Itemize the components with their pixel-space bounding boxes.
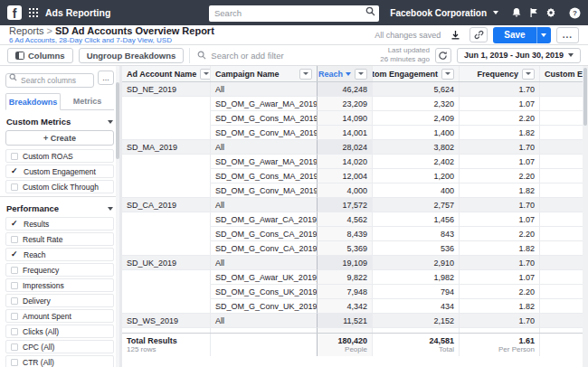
column-header-campaign[interactable]: Campaign Name bbox=[211, 66, 317, 81]
table-row[interactable]: SD_OM_G_Cons_CA_2019_Q28,4398432.20 bbox=[122, 227, 583, 241]
table-row[interactable]: SD_MA_2019All28,0243,8021.70 bbox=[122, 140, 583, 155]
tab-metrics[interactable]: Metrics bbox=[61, 93, 114, 109]
metric-checkbox-item[interactable]: Custom ROAS bbox=[5, 149, 114, 163]
unchecked-checkbox[interactable] bbox=[11, 343, 18, 351]
save-button[interactable]: Save bbox=[493, 27, 536, 43]
column-dropdown-button[interactable] bbox=[200, 69, 211, 80]
metric-checkbox-item[interactable]: Result Rate bbox=[5, 232, 114, 246]
table-row[interactable]: SD_OM_G_Cons_MA_2019_Q212,0041,2002.20 bbox=[122, 169, 583, 184]
cell-frequency: 1.82 bbox=[460, 126, 540, 140]
date-range-button[interactable]: Jun 1, 2019 - Jun 30, 2019 bbox=[457, 48, 581, 63]
export-download-button[interactable] bbox=[446, 27, 464, 42]
column-header-frequency[interactable]: Frequency bbox=[460, 66, 540, 81]
table-row[interactable]: SD_OM_G_Cons_MA_2019_Q214,0902,4092.20 bbox=[122, 111, 583, 126]
metric-checkbox-item[interactable]: ✓Reach bbox=[5, 248, 114, 261]
table-row[interactable]: SD_WS_2019All11,5212,1521.70 bbox=[122, 314, 583, 328]
columns-button[interactable]: Columns bbox=[7, 48, 73, 63]
checked-checkbox[interactable]: ✓ bbox=[11, 167, 19, 175]
unchecked-checkbox[interactable] bbox=[11, 328, 18, 335]
table-row[interactable]: SD_UK_2019All19,1092,9101.70 bbox=[122, 256, 583, 270]
metric-checkbox-item[interactable]: Delivery bbox=[5, 294, 114, 307]
unchecked-checkbox[interactable] bbox=[11, 236, 18, 243]
unchecked-checkbox[interactable] bbox=[11, 359, 18, 366]
cell-campaign: All bbox=[211, 140, 317, 155]
search-columns-input[interactable] bbox=[5, 73, 94, 88]
collapse-chevron-icon[interactable] bbox=[108, 207, 113, 211]
unchecked-checkbox[interactable] bbox=[11, 313, 18, 320]
table-row[interactable]: SD_OM_G_Conv_UK_2019_Q24,3424341.82 bbox=[122, 299, 583, 314]
cell-account: SD_NE_2019 bbox=[122, 82, 211, 97]
metric-checkbox-item[interactable]: Amount Spent bbox=[5, 309, 114, 323]
table-row[interactable]: SD_OM_G_Conv_MA_2019_Q214,0011,4001.82 bbox=[122, 126, 583, 140]
column-header-custom_en[interactable]: Custom En bbox=[540, 66, 583, 81]
save-dropdown-button[interactable] bbox=[536, 27, 551, 43]
section-title: Performance bbox=[6, 203, 59, 213]
metric-checkbox-item[interactable]: Custom Click Through bbox=[5, 180, 114, 193]
metric-checkbox-item[interactable]: ✓Custom Engagement bbox=[5, 165, 114, 178]
account-chevron-down-icon[interactable] bbox=[493, 11, 498, 14]
refresh-button[interactable] bbox=[435, 48, 451, 63]
section-header-custom-metrics[interactable]: Custom Metrics bbox=[5, 110, 114, 130]
tab-breakdowns[interactable]: Breakdowns bbox=[5, 93, 61, 110]
share-link-button[interactable] bbox=[469, 27, 488, 42]
unchecked-checkbox[interactable] bbox=[11, 282, 18, 289]
metric-label: Clicks (All) bbox=[23, 327, 59, 336]
metric-checkbox-item[interactable]: CPC (All) bbox=[5, 340, 114, 353]
filter-search[interactable]: Search or add filter bbox=[189, 48, 375, 63]
table-row[interactable]: SD_CA_2019All17,5722,7571.70 bbox=[122, 198, 583, 212]
checked-checkbox[interactable]: ✓ bbox=[11, 250, 19, 259]
account-name[interactable]: Facebook Corporation bbox=[390, 8, 487, 18]
cell-campaign: SD_OM_G_Conv_UK_2019_Q2 bbox=[211, 299, 317, 314]
sidebar-more-button[interactable]: ... bbox=[98, 71, 114, 85]
metric-checkbox-item[interactable]: Impressions bbox=[5, 278, 114, 292]
chevron-down-icon bbox=[358, 72, 364, 75]
help-icon[interactable]: ? bbox=[569, 7, 581, 19]
table-row[interactable]: SD_OM_G_Awar_CA_2019_Q24,5621,4561.07 bbox=[122, 212, 583, 227]
metric-checkbox-item[interactable]: Frequency bbox=[5, 263, 114, 277]
metric-checkbox-item[interactable]: Clicks (All) bbox=[5, 325, 114, 338]
more-options-button[interactable]: ... bbox=[556, 27, 579, 43]
unchecked-checkbox[interactable] bbox=[11, 267, 18, 274]
column-dropdown-button[interactable] bbox=[522, 69, 535, 80]
cell-frequency: 1.70 bbox=[460, 256, 540, 270]
notifications-bell-icon[interactable] bbox=[511, 7, 522, 18]
unchecked-checkbox[interactable] bbox=[11, 153, 18, 160]
column-dropdown-button[interactable] bbox=[355, 69, 367, 80]
sidebar-scrollbar[interactable] bbox=[116, 66, 119, 367]
cell-frequency: 1.70 bbox=[460, 82, 540, 97]
breadcrumb-reports-link[interactable]: Reports bbox=[9, 25, 44, 36]
unchecked-checkbox[interactable] bbox=[11, 297, 18, 305]
column-label: Ad Account Name bbox=[127, 70, 196, 79]
table-row[interactable]: SD_OM_G_Awar_UK_2019_Q29,8221,9821.07 bbox=[122, 270, 583, 285]
facebook-logo-icon[interactable]: f bbox=[7, 5, 22, 20]
cell-reach: 46,248 bbox=[317, 82, 373, 97]
column-header-account[interactable]: Ad Account Name bbox=[122, 66, 211, 81]
unchecked-checkbox[interactable] bbox=[11, 184, 18, 191]
collapse-chevron-icon[interactable] bbox=[108, 120, 113, 124]
global-search-input[interactable] bbox=[209, 5, 379, 22]
flag-icon[interactable] bbox=[528, 7, 539, 18]
metric-checkbox-item[interactable]: CTR (All) bbox=[5, 355, 114, 367]
ungroup-breakdowns-button[interactable]: Ungroup Breakdowns bbox=[79, 48, 185, 63]
column-dropdown-button[interactable] bbox=[299, 69, 312, 80]
column-dropdown-button[interactable] bbox=[441, 69, 454, 80]
table-row[interactable]: SD_OM_G_Awar_MA_2019_Q223,2092,3201.07 bbox=[122, 97, 583, 111]
table-row[interactable]: SD_OM_G_Conv_MA_2019_Q24,0004001.82 bbox=[122, 184, 583, 198]
cell-custom_en bbox=[540, 82, 583, 97]
table-row[interactable]: SD_OM_G_Conv_CA_2019_Q25,3695361.82 bbox=[122, 241, 583, 256]
table-scrollbar[interactable] bbox=[583, 66, 588, 367]
section-header-performance[interactable]: Performance bbox=[5, 197, 114, 217]
column-header-reach[interactable]: Reach bbox=[317, 66, 373, 81]
checked-checkbox[interactable]: ✓ bbox=[11, 220, 19, 228]
cell-engagement: 2,402 bbox=[373, 155, 460, 169]
create-metric-button[interactable]: + Create bbox=[5, 130, 114, 146]
gear-icon[interactable] bbox=[545, 7, 556, 18]
spacer-cell bbox=[122, 328, 211, 333]
table-row[interactable]: SD_OM_G_Cons_UK_2019_Q27,9487942.20 bbox=[122, 285, 583, 299]
apps-grid-icon[interactable] bbox=[29, 8, 38, 17]
metric-checkbox-item[interactable]: ✓Results bbox=[5, 217, 114, 231]
table-row[interactable]: SD_NE_2019All46,2485,6241.70 bbox=[122, 82, 583, 97]
column-header-engagement[interactable]: Custom Engagement bbox=[373, 66, 460, 81]
table-row[interactable]: SD_OM_G_Awar_MA_2019_Q214,0202,4021.07 bbox=[122, 155, 583, 169]
report-subtitle[interactable]: 6 Ad Accounts, 28-Day Click and 7-Day Vi… bbox=[9, 37, 214, 44]
